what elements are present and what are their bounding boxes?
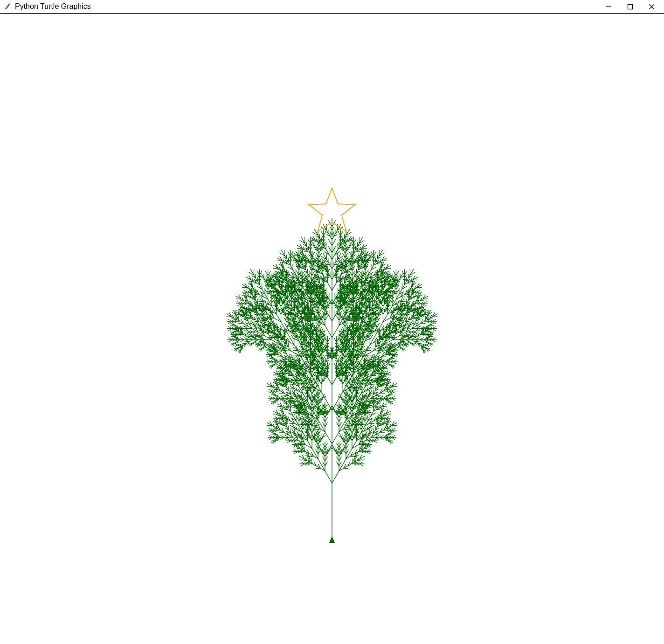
window-title: Python Turtle Graphics [15,2,598,11]
svg-rect-1 [628,4,632,9]
maximize-button[interactable] [619,0,641,14]
close-button[interactable] [641,0,662,14]
tree-branches [227,218,438,541]
tree-drawing [0,14,664,644]
feather-icon [4,3,11,10]
minimize-button[interactable] [598,0,619,14]
window-titlebar: Python Turtle Graphics [0,0,664,14]
turtle-cursor [329,536,335,543]
turtle-canvas [0,14,664,644]
